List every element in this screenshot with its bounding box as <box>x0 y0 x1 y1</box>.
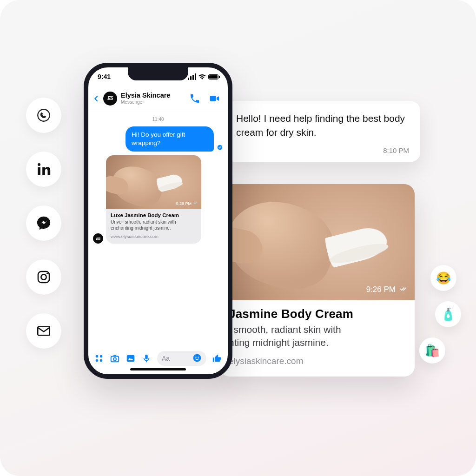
svg-rect-1 <box>38 167 40 175</box>
external-message-time: 8:10 PM <box>236 146 409 154</box>
reaction-chips: 😂 🧴 🛍️ <box>430 265 456 364</box>
svg-point-12 <box>100 359 103 362</box>
contact-title-block[interactable]: Elysia Skincare Messenger <box>121 92 170 104</box>
product-image: 9:26 PM <box>219 184 415 300</box>
image-timestamp: 9:26 PM <box>366 284 407 295</box>
phone-notch <box>128 67 188 80</box>
message-input[interactable]: Aa <box>157 351 206 366</box>
home-indicator[interactable] <box>130 368 186 370</box>
card-image: 9:26 PM <box>106 155 201 209</box>
status-time: 9:41 <box>98 73 111 80</box>
svg-rect-16 <box>145 355 148 359</box>
channel-icon-list <box>26 98 61 349</box>
svg-point-5 <box>46 273 48 274</box>
message-composer: Aa <box>88 349 228 368</box>
svg-point-11 <box>96 359 99 362</box>
wifi-icon <box>198 74 206 79</box>
svg-point-19 <box>195 357 196 357</box>
sent-message-bubble[interactable]: Hi! Do you offer gift wrapping? <box>126 126 214 152</box>
like-button[interactable] <box>212 353 222 364</box>
sender-avatar[interactable]: ES <box>93 233 103 244</box>
message-placeholder: Aa <box>162 355 170 362</box>
card-desc: Unveil smooth, radiant skin with enchant… <box>111 219 197 231</box>
svg-point-20 <box>198 357 198 357</box>
sent-message-row: Hi! Do you offer gift wrapping? <box>93 126 223 152</box>
svg-point-0 <box>38 109 50 121</box>
contact-avatar[interactable]: ES <box>103 92 117 106</box>
svg-rect-15 <box>127 355 135 362</box>
chat-header: ‹ ES Elysia Skincare Messenger <box>88 87 228 110</box>
back-button[interactable]: ‹ <box>93 90 99 107</box>
card-url: www.elysiaskincare.com <box>111 234 197 239</box>
product-desc-line1: l smooth, radiant skin with <box>229 323 405 336</box>
contact-subtitle: Messenger <box>121 99 170 105</box>
product-desc-line2: nting midnight jasmine. <box>229 336 405 349</box>
apps-button[interactable] <box>94 353 104 364</box>
cell-signal-icon <box>188 73 196 80</box>
external-message-bubble: Hello! I need help finding the best body… <box>225 101 420 162</box>
svg-point-4 <box>41 274 46 279</box>
phone-mockup: 9:41 ‹ ES Elysia Skincare Messenger <box>84 63 232 379</box>
whatsapp-icon[interactable] <box>26 98 61 133</box>
contact-name: Elysia Skincare <box>121 92 170 99</box>
chip-shopping[interactable]: 🛍️ <box>419 337 445 364</box>
svg-point-14 <box>113 357 116 360</box>
thread-timestamp: 11:40 <box>93 117 223 122</box>
linkedin-icon[interactable] <box>26 152 61 187</box>
received-product-card[interactable]: 9:26 PM Luxe Jasmine Body Cream Unveil s… <box>106 155 201 244</box>
external-message-text: Hello! I need help finding the best body… <box>236 112 409 140</box>
product-url: elysiaskincare.com <box>229 356 405 366</box>
delivered-icon <box>217 144 223 152</box>
video-call-button[interactable] <box>208 93 220 104</box>
battery-icon <box>208 74 218 79</box>
chip-lotion[interactable]: 🧴 <box>435 301 461 327</box>
delivered-check-icon <box>399 284 407 295</box>
card-title: Luxe Jasmine Body Cream <box>111 212 197 218</box>
svg-point-10 <box>100 355 103 358</box>
svg-point-2 <box>38 163 40 166</box>
chip-laugh[interactable]: 😂 <box>430 265 456 291</box>
email-icon[interactable] <box>26 313 61 349</box>
messenger-icon[interactable] <box>26 205 61 241</box>
delivered-check-icon <box>193 201 198 206</box>
camera-button[interactable] <box>110 353 120 364</box>
card-image-time: 9:26 PM <box>176 201 198 206</box>
emoji-button[interactable] <box>192 353 202 364</box>
message-thread[interactable]: 11:40 Hi! Do you offer gift wrapping? ES… <box>88 110 228 350</box>
external-product-card[interactable]: 9:26 PM Jasmine Body Cream l smooth, rad… <box>219 184 415 377</box>
product-title: Jasmine Body Cream <box>229 307 405 321</box>
mic-button[interactable] <box>141 353 152 364</box>
svg-point-18 <box>193 354 201 362</box>
received-message-row: ES 9:26 PM Luxe Jasmine Body Cream Unvei… <box>93 155 223 244</box>
gallery-button[interactable] <box>126 353 136 364</box>
audio-call-button[interactable] <box>189 93 201 104</box>
svg-rect-13 <box>111 356 119 362</box>
instagram-icon[interactable] <box>26 259 61 295</box>
svg-point-9 <box>96 355 99 358</box>
svg-rect-7 <box>210 96 216 101</box>
